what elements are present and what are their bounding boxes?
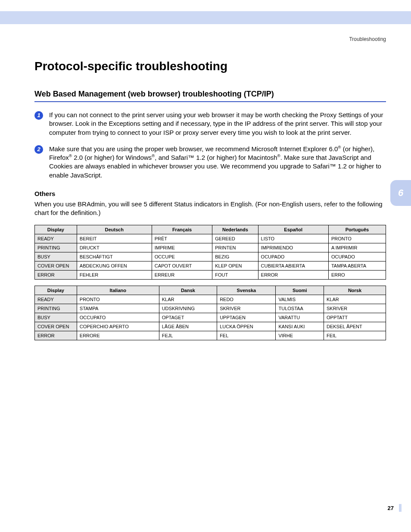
table-cell: LÅGE ÅBEN [159,322,217,331]
table-cell: DRUCKT [77,243,152,252]
table-cell: KLAR [159,295,217,304]
table-cell: OCCUPATO [77,313,159,322]
table-cell: OPPTATT [324,313,386,322]
table-cell: BEREIT [77,234,152,243]
page-content: Protocol-specific troubleshooting Web Ba… [34,59,386,346]
table-header-row: DisplayDeutschFrançaisNederlandsEspañolP… [35,225,386,234]
table-cell: CAPOT OUVERT [152,261,212,271]
table-body: READYBEREITPRÊTGEREEDLISTOPRONTOPRINTING… [35,234,386,280]
top-accent-band [0,11,411,24]
table-row: PRINTINGSTAMPAUDSKRIVNINGSKRIVERTULOSTAA… [35,304,386,313]
table-cell: PRONTO [77,295,159,304]
table-cell: ABDECKUNG OFFEN [77,261,152,271]
table-cell: PRINTING [35,304,77,313]
table-header-cell: Svenska [217,286,276,295]
table-cell: ERREUR [152,271,212,280]
table-cell: VALMIS [276,295,324,304]
table-row: ERRORERROREFEJLFELVIRHEFEIL [35,331,386,340]
table-cell: PRINTING [35,243,77,252]
table-cell: OCUPADO [258,252,328,261]
table-cell: LUCKA ÖPPEN [217,322,276,331]
table-cell: GEREED [212,234,258,243]
table-cell: ERROR [35,271,77,280]
table-cell: FEL [217,331,276,340]
reg-mark-icon: ® [338,145,341,149]
table-cell: ERRO [328,271,386,280]
others-heading: Others [34,190,386,197]
table-header-row: DisplayItalianoDanskSvenskaSuomiNorsk [35,286,386,295]
table-cell: STAMPA [77,304,159,313]
table-cell: UPPTAGEN [217,313,276,322]
table-cell: OCUPADO [328,252,386,261]
table-cell: COPERCHIO APERTO [77,322,159,331]
table-cell: PRONTO [328,234,386,243]
status-table-1: DisplayDeutschFrançaisNederlandsEspañolP… [34,225,386,280]
table-cell: KANSI AUKI [276,322,324,331]
table-header-cell: Français [152,225,212,234]
table-cell: TULOSTAA [276,304,324,313]
others-paragraph: When you use BRAdmin, you will see 5 dif… [34,200,386,218]
table-cell: PRÊT [152,234,212,243]
table-row: ERRORFEHLERERREURFOUTERRORERRO [35,271,386,280]
table-cell: ERROR [35,331,77,340]
table-cell: FEJL [159,331,217,340]
table-header-cell: Português [328,225,386,234]
step-badge-1: 1 [34,111,43,120]
table-body: READYPRONTOKLARREDOVALMISKLARPRINTINGSTA… [35,295,386,340]
table-cell: KLEP OPEN [212,261,258,271]
table-row: BUSYOCCUPATOOPTAGETUPPTAGENVARATTUOPPTAT… [35,313,386,322]
table-header-cell: Nederlands [212,225,258,234]
s2d: , and Safari™ 1.2 (or higher) for Macint… [155,154,277,161]
table-header-cell: Display [35,286,77,295]
table-row: READYBEREITPRÊTGEREEDLISTOPRONTO [35,234,386,243]
table-cell: READY [35,234,77,243]
page-number: 27 [388,505,394,511]
table-header-cell: Deutsch [77,225,152,234]
table-cell: KLAR [324,295,386,304]
table-cell: FEHLER [77,271,152,280]
step-2-text: Make sure that you are using the proper … [49,145,386,180]
table-cell: TAMPA ABERTA [328,261,386,271]
reg-mark-icon: ® [69,153,72,158]
s2a: Make sure that you are using the proper … [49,145,338,152]
table-row: BUSYBESCHÄFTIGTOCCUPEBEZIGOCUPADOOCUPADO [35,252,386,261]
chapter-tab: 6 [390,180,411,206]
table-cell: CUBIERTA ABIERTA [258,261,328,271]
table-cell: READY [35,295,77,304]
table-cell: REDO [217,295,276,304]
step-1-text: If you can not connect to the print serv… [49,111,386,137]
table-header-cell: Norsk [324,286,386,295]
table-header-cell: Italiano [77,286,159,295]
reg-mark-icon: ® [277,153,280,158]
table-cell: COVER OPEN [35,261,77,271]
table-cell: FOUT [212,271,258,280]
section-subtitle: Web Based Management (web browser) troub… [34,90,386,102]
table-cell: A IMPRIMIR [328,243,386,252]
table-header-cell: Español [258,225,328,234]
running-header: Troubleshooting [349,36,386,42]
table-cell: UDSKRIVNING [159,304,217,313]
table-cell: LISTO [258,234,328,243]
table-cell: BUSY [35,313,77,322]
table-cell: IMPRIME [152,243,212,252]
table-row: COVER OPENCOPERCHIO APERTOLÅGE ÅBENLUCKA… [35,322,386,331]
table-cell: VIRHE [276,331,324,340]
table-cell: BUSY [35,252,77,261]
table-cell: IMPRIMIENDO [258,243,328,252]
table-cell: SKRIVER [324,304,386,313]
table-header-cell: Dansk [159,286,217,295]
table-cell: OPTAGET [159,313,217,322]
table-cell: DEKSEL ÅPENT [324,322,386,331]
page-title: Protocol-specific troubleshooting [34,59,386,73]
table-cell: ERRORE [77,331,159,340]
table-row: COVER OPENABDECKUNG OFFENCAPOT OUVERTKLE… [35,261,386,271]
table-cell: COVER OPEN [35,322,77,331]
s2c: 2.0 (or higher) for Windows [72,154,152,161]
table-cell: SKRIVER [217,304,276,313]
table-cell: BESCHÄFTIGT [77,252,152,261]
table-row: PRINTINGDRUCKTIMPRIMEPRINTENIMPRIMIENDOA… [35,243,386,252]
table-cell: PRINTEN [212,243,258,252]
status-table-2: DisplayItalianoDanskSvenskaSuomiNorsk RE… [34,286,386,340]
step-1: 1 If you can not connect to the print se… [34,111,386,137]
table-cell: VARATTU [276,313,324,322]
